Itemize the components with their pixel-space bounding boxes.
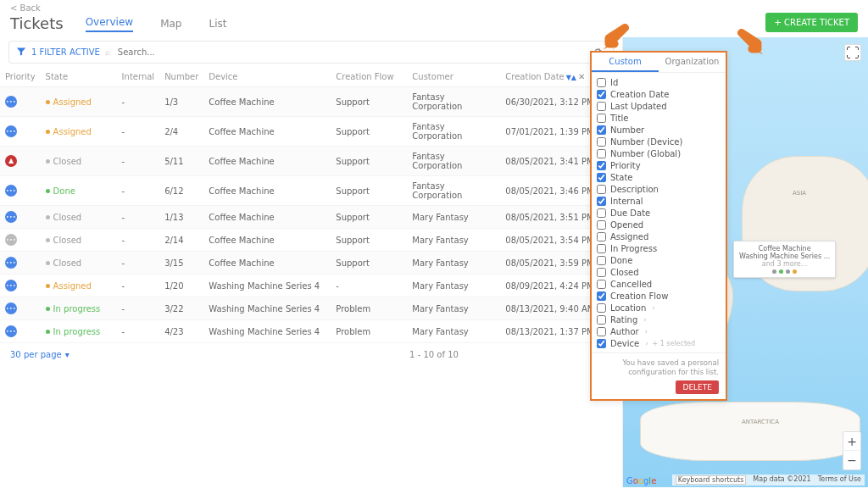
panel-tab-organization[interactable]: Organization <box>659 53 726 72</box>
customer-cell: Mary Fantasy <box>407 252 500 275</box>
column-option[interactable]: State <box>597 171 721 183</box>
option-checkbox[interactable] <box>597 114 606 123</box>
state-cell: In progress <box>46 327 101 336</box>
option-checkbox[interactable] <box>597 291 606 301</box>
option-checkbox[interactable] <box>597 78 606 87</box>
option-checkbox[interactable] <box>597 232 606 241</box>
column-option[interactable]: Due Date <box>597 207 721 219</box>
option-checkbox[interactable] <box>597 280 606 289</box>
customer-cell: Mary Fantasy <box>407 275 500 297</box>
option-checkbox[interactable] <box>597 208 606 218</box>
device-cell: Coffee Machine <box>203 229 331 252</box>
clear-sort-icon[interactable]: ✕ <box>578 72 585 81</box>
option-checkbox[interactable] <box>597 102 606 111</box>
option-checkbox[interactable] <box>597 303 606 313</box>
attr-terms[interactable]: Terms of Use <box>818 475 861 485</box>
option-checkbox[interactable] <box>597 185 606 194</box>
column-option[interactable]: Assigned <box>597 230 721 242</box>
col-state[interactable]: State <box>41 67 117 87</box>
back-link[interactable]: < Back <box>10 3 41 13</box>
fullscreen-button[interactable]: ⛶ <box>844 44 861 61</box>
column-option[interactable]: Last Updated <box>597 100 721 112</box>
col-customer[interactable]: Customer <box>407 67 500 87</box>
column-option[interactable]: Creation Flow <box>597 290 721 302</box>
option-checkbox[interactable] <box>597 339 606 348</box>
column-option[interactable]: Rating› <box>597 314 721 325</box>
column-option[interactable]: Opened <box>597 219 721 230</box>
option-label: Location <box>610 303 646 313</box>
column-option[interactable]: Closed <box>597 266 721 278</box>
column-option[interactable]: Number (Global) <box>597 147 721 159</box>
table-row[interactable]: •••Closed-2/14Coffee MachineSupportMary … <box>0 229 622 252</box>
option-checkbox[interactable] <box>597 173 606 182</box>
table-row[interactable]: •••Done-6/12Coffee MachineSupportFantasy… <box>0 176 622 206</box>
tab-list[interactable]: List <box>209 18 226 32</box>
zoom-out-button[interactable]: − <box>843 451 860 469</box>
option-checkbox[interactable] <box>597 90 606 99</box>
col-number[interactable]: Number <box>159 67 203 87</box>
option-checkbox[interactable] <box>597 137 606 147</box>
col-creation-flow[interactable]: Creation Flow <box>331 67 407 87</box>
filter-active-label[interactable]: 1 FILTER ACTIVE <box>31 47 100 57</box>
per-page-select[interactable]: 30 per page▾ <box>10 350 70 359</box>
col-internal[interactable]: Internal <box>117 67 160 87</box>
tooltip-line2: Washing Machine Series ... <box>739 253 830 260</box>
column-option[interactable]: Location› <box>597 302 721 314</box>
col-device[interactable]: Device <box>203 67 331 87</box>
column-option[interactable]: Description <box>597 183 721 195</box>
chevron-right-icon: › <box>645 328 648 336</box>
number-cell: 2/4 <box>159 117 203 147</box>
column-option[interactable]: Author› <box>597 325 721 337</box>
tab-overview[interactable]: Overview <box>86 16 134 32</box>
table-row[interactable]: •••Assigned-1/20Washing Machine Series 4… <box>0 275 622 297</box>
table-row[interactable]: •••Closed-1/13Coffee MachineSupportMary … <box>0 206 622 229</box>
column-option[interactable]: Creation Date <box>597 88 721 100</box>
option-checkbox[interactable] <box>597 256 606 265</box>
col-priority[interactable]: Priority <box>0 67 41 87</box>
tab-map[interactable]: Map <box>160 18 181 32</box>
map-label-antarctica: ANTARCTICA <box>742 419 779 425</box>
device-cell: Coffee Machine <box>203 252 331 275</box>
attr-data[interactable]: Map data ©2021 <box>753 475 810 485</box>
column-option[interactable]: Priority <box>597 159 721 171</box>
filter-icon[interactable] <box>16 47 26 58</box>
option-label: Opened <box>610 220 643 230</box>
option-checkbox[interactable] <box>597 315 606 325</box>
zoom-in-button[interactable]: + <box>843 432 860 451</box>
customer-cell: Mary Fantasy <box>407 320 500 343</box>
flow-cell: Problem <box>331 320 407 343</box>
column-option[interactable]: In Progress <box>597 242 721 254</box>
attr-shortcuts[interactable]: Keyboard shortcuts <box>676 475 746 485</box>
map-attribution: Keyboard shortcuts Map data ©2021 Terms … <box>672 475 865 486</box>
map-tooltip[interactable]: Coffee Machine Washing Machine Series ..… <box>733 241 836 278</box>
column-option[interactable]: Device›+ 1 selected <box>597 337 721 349</box>
column-option[interactable]: Title <box>597 112 721 124</box>
option-checkbox[interactable] <box>597 161 606 170</box>
option-checkbox[interactable] <box>597 327 606 336</box>
delete-button[interactable]: DELETE <box>676 380 719 394</box>
table-row[interactable]: •••Assigned-1/3Coffee MachineSupportFant… <box>0 87 622 117</box>
column-option[interactable]: Number <box>597 124 721 136</box>
table-row[interactable]: •••Closed-3/15Coffee MachineSupportMary … <box>0 252 622 275</box>
option-checkbox[interactable] <box>597 197 606 206</box>
table-row[interactable]: •••In progress-3/22Washing Machine Serie… <box>0 297 622 320</box>
option-checkbox[interactable] <box>597 268 606 277</box>
option-checkbox[interactable] <box>597 220 606 230</box>
column-option[interactable]: Id <box>597 76 721 88</box>
column-option[interactable]: Internal <box>597 195 721 207</box>
table-row[interactable]: ▲Closed-5/11Coffee MachineSupportFantasy… <box>0 147 622 176</box>
customer-cell: Fantasy Corporation <box>407 147 500 176</box>
device-cell: Washing Machine Series 4 <box>203 275 331 297</box>
search-input[interactable] <box>115 45 582 59</box>
create-ticket-button[interactable]: + CREATE TICKET <box>765 13 858 32</box>
internal-cell: - <box>117 229 160 252</box>
flow-cell: Support <box>331 117 407 147</box>
column-option[interactable]: Done <box>597 254 721 266</box>
option-checkbox[interactable] <box>597 125 606 135</box>
column-option[interactable]: Number (Device) <box>597 136 721 147</box>
column-option[interactable]: Cancelled <box>597 278 721 290</box>
table-row[interactable]: •••In progress-4/23Washing Machine Serie… <box>0 320 622 343</box>
table-row[interactable]: •••Assigned-2/4Coffee MachineSupportFant… <box>0 117 622 147</box>
option-checkbox[interactable] <box>597 149 606 158</box>
option-checkbox[interactable] <box>597 244 606 253</box>
